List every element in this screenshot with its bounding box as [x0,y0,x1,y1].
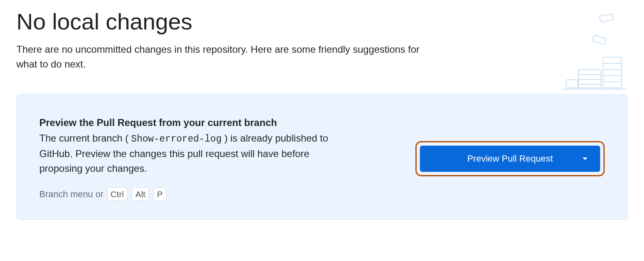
preview-pull-request-button[interactable]: Preview Pull Request [420,146,600,172]
suggestion-card: Preview the Pull Request from your curre… [16,94,628,220]
hint-prefix: Branch menu or [39,189,106,199]
branch-name: Show-errored-log [131,134,222,144]
caret-down-icon [582,157,588,161]
svg-rect-9 [566,80,578,88]
svg-rect-0 [578,70,601,88]
kbd-key: Alt [132,187,149,201]
kbd-key: P [153,187,166,201]
page-title: No local changes [16,8,628,35]
svg-rect-4 [603,57,621,88]
desc-prefix: The current branch ( [39,133,128,144]
card-description: The current branch ( Show-errored-log ) … [39,131,351,176]
page-subtitle: There are no uncommitted changes in this… [16,42,426,72]
button-label: Preview Pull Request [467,153,553,164]
card-title: Preview the Pull Request from your curre… [39,117,399,128]
keyboard-hint: Branch menu or Ctrl Alt P [39,187,399,201]
button-highlight-ring: Preview Pull Request [415,141,605,176]
kbd-key: Ctrl [107,187,128,201]
